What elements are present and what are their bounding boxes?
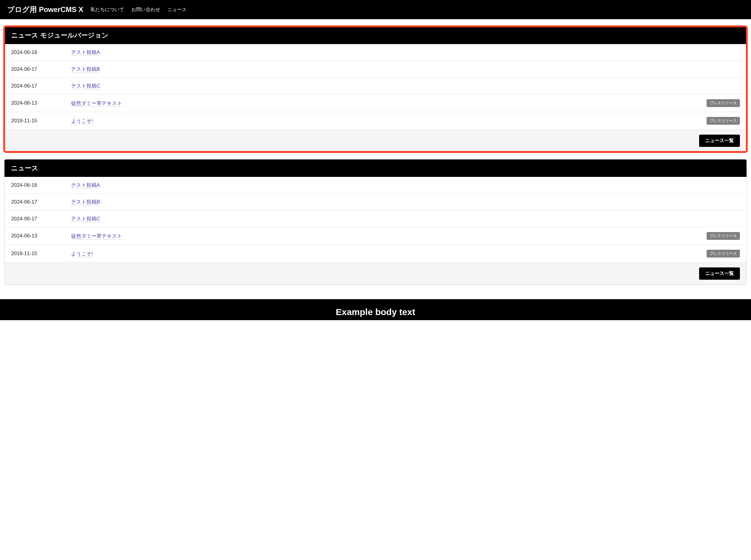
top-nav: ブログ用 PowerCMS X 私たちについて お問い合わせ ニュース <box>0 0 751 19</box>
panel-footer: ニュース一覧 <box>4 130 747 152</box>
news-title-cell: テスト投稿B <box>71 66 740 73</box>
news-title-cell: テスト投稿C <box>71 215 740 222</box>
news-title-link[interactable]: ようこそ! <box>71 118 93 124</box>
news-row: 2024-06-17 テスト投稿B <box>4 194 747 211</box>
news-row: 2018-11-15 ようこそ! プレスリリース <box>4 112 747 130</box>
news-title-link[interactable]: 徒然ダミー草テキスト <box>71 233 122 240</box>
news-title-cell: ようこそ! <box>71 250 707 257</box>
nav-link-news[interactable]: ニュース <box>167 6 186 13</box>
news-title-cell: テスト投稿A <box>71 182 740 188</box>
panel-header: ニュース モジュールバージョン <box>4 27 747 44</box>
news-row: 2024-06-18 テスト投稿A <box>4 44 747 61</box>
press-release-badge: プレスリリース <box>707 117 740 125</box>
news-row: 2024-06-17 テスト投稿B <box>4 61 747 78</box>
news-row: 2024-06-17 テスト投稿C <box>4 211 747 227</box>
press-release-badge: プレスリリース <box>707 99 740 107</box>
nav-link-about[interactable]: 私たちについて <box>91 6 124 13</box>
news-title-cell: テスト投稿B <box>71 198 740 205</box>
brand[interactable]: ブログ用 PowerCMS X <box>7 5 83 14</box>
panel-footer: ニュース一覧 <box>4 263 747 284</box>
news-title-link[interactable]: テスト投稿B <box>71 199 100 205</box>
news-title-link[interactable]: ようこそ! <box>71 251 93 257</box>
news-date: 2018-11-15 <box>11 118 71 124</box>
press-release-badge: プレスリリース <box>707 250 740 258</box>
news-title-link[interactable]: テスト投稿A <box>71 182 100 188</box>
panel-header: ニュース <box>4 159 747 177</box>
news-list-button[interactable]: ニュース一覧 <box>699 267 740 280</box>
news-list-button[interactable]: ニュース一覧 <box>699 135 740 147</box>
news-date: 2024-06-18 <box>11 182 71 188</box>
news-date: 2024-06-13 <box>11 100 71 106</box>
news-title-link[interactable]: テスト投稿C <box>71 83 100 89</box>
news-title-cell: テスト投稿C <box>71 82 740 89</box>
news-date: 2018-11-15 <box>11 251 71 257</box>
main-container: ニュース モジュールバージョン 2024-06-18 テスト投稿A 2024-0… <box>0 19 751 299</box>
news-date: 2024-06-18 <box>11 49 71 56</box>
news-date: 2024-06-17 <box>11 199 71 205</box>
news-date: 2024-06-13 <box>11 233 71 239</box>
nav-link-contact[interactable]: お問い合わせ <box>131 6 160 13</box>
news-title-link[interactable]: 徒然ダミー草テキスト <box>71 100 122 107</box>
news-title-cell: 徒然ダミー草テキスト <box>71 100 707 107</box>
news-row: 2024-06-17 テスト投稿C <box>4 78 747 95</box>
news-date: 2024-06-17 <box>11 216 71 222</box>
news-date: 2024-06-17 <box>11 83 71 89</box>
news-title-link[interactable]: テスト投稿A <box>71 49 100 56</box>
news-date: 2024-06-17 <box>11 66 71 72</box>
footer-heading: Example body text <box>0 307 751 317</box>
news-row: 2024-06-13 徒然ダミー草テキスト プレスリリース <box>4 95 747 112</box>
news-title-link[interactable]: テスト投稿C <box>71 216 100 222</box>
footer-section: Example body text <box>0 299 751 320</box>
news-title-cell: 徒然ダミー草テキスト <box>71 233 707 240</box>
news-panel: ニュース 2024-06-18 テスト投稿A 2024-06-17 テスト投稿B… <box>4 159 747 285</box>
news-row: 2024-06-13 徒然ダミー草テキスト プレスリリース <box>4 227 747 245</box>
press-release-badge: プレスリリース <box>707 232 740 240</box>
news-title-link[interactable]: テスト投稿B <box>71 66 100 73</box>
news-panel-module-version: ニュース モジュールバージョン 2024-06-18 テスト投稿A 2024-0… <box>4 26 747 152</box>
news-title-cell: テスト投稿A <box>71 49 740 56</box>
news-title-cell: ようこそ! <box>71 118 707 124</box>
news-row: 2024-06-18 テスト投稿A <box>4 177 747 194</box>
news-row: 2018-11-15 ようこそ! プレスリリース <box>4 245 747 263</box>
